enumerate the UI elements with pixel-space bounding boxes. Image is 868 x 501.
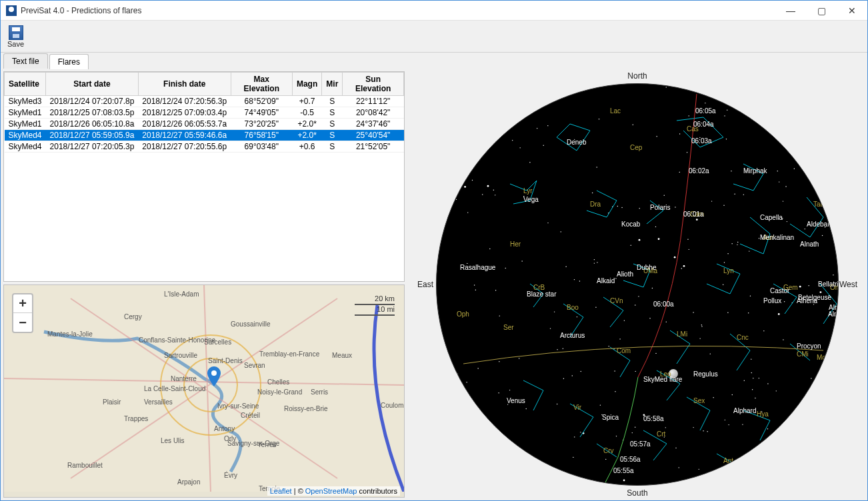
svg-point-107 — [457, 373, 458, 374]
label-east: East — [417, 280, 433, 289]
tab-textfile[interactable]: Text file — [3, 53, 48, 69]
time-label: 06:02a — [689, 167, 709, 175]
cell-sat: SkyMed4 — [5, 130, 46, 141]
city-label: Coulommiers — [381, 402, 405, 409]
toolbar: Save — [1, 21, 867, 53]
svg-point-126 — [565, 266, 566, 267]
time-label: 05:57a — [630, 440, 651, 448]
svg-point-17 — [749, 250, 749, 251]
svg-point-65 — [614, 370, 615, 371]
osm-link[interactable]: OpenStreetMap — [305, 487, 357, 495]
svg-point-183 — [579, 280, 580, 281]
svg-point-3 — [211, 370, 217, 376]
star-label: Pollux — [763, 297, 781, 304]
map-marker-paris[interactable] — [207, 366, 221, 386]
city-label: Rambouillet — [67, 462, 103, 469]
table-row[interactable]: SkyMed32018/12/24 07:20:07.8p2018/12/24 … — [5, 96, 404, 107]
col-maxel[interactable]: Max Elevation — [231, 73, 292, 96]
minimize-button[interactable]: — — [775, 1, 806, 21]
svg-point-63 — [563, 348, 563, 349]
constellation-label: Hya — [757, 410, 769, 418]
city-label: Noisy-le-Grand — [257, 388, 302, 396]
svg-point-15 — [475, 290, 476, 290]
col-satellite[interactable]: Satellite — [5, 73, 46, 96]
col-sunel[interactable]: Sun Elevation — [343, 73, 404, 96]
svg-point-148 — [581, 371, 581, 372]
star-label: Rasalhague — [460, 264, 495, 271]
svg-point-50 — [783, 201, 783, 201]
svg-point-82 — [600, 404, 601, 405]
star-label: Alnath — [800, 241, 819, 248]
svg-point-108 — [519, 358, 519, 358]
star-label: Mirphak — [743, 167, 767, 175]
map-attribution: Leaflet | © OpenStreetMap contributors — [267, 486, 400, 496]
maximize-button[interactable]: ▢ — [806, 1, 837, 21]
svg-point-180 — [561, 231, 561, 232]
cell-sat: SkyMed3 — [5, 96, 46, 107]
star-label: Alhena — [797, 297, 817, 304]
svg-point-39 — [811, 378, 811, 378]
svg-point-167 — [713, 397, 713, 398]
flare-table[interactable]: Satellite Start date Finish date Max Ele… — [4, 72, 404, 153]
svg-point-53 — [833, 238, 833, 239]
star-label: Spica — [602, 414, 619, 421]
cell-start: 2018/12/24 07:20:07.8p — [46, 96, 139, 107]
sky-chart[interactable]: North South East West — [424, 71, 851, 498]
zoom-in-button[interactable]: + — [13, 294, 32, 313]
city-label: Évry — [224, 472, 237, 479]
leaflet-link[interactable]: Leaflet — [270, 487, 292, 495]
cell-sat: SkyMed1 — [5, 107, 46, 119]
svg-point-124 — [724, 115, 725, 116]
flare-table-area: Satellite Start date Finish date Max Ele… — [3, 71, 405, 282]
col-finish[interactable]: Finish date — [138, 73, 231, 96]
tab-flares[interactable]: Flares — [49, 54, 89, 69]
save-icon — [9, 25, 23, 40]
col-mir[interactable]: Mir — [322, 73, 343, 96]
time-label: 05:56a — [620, 456, 641, 463]
table-row[interactable]: SkyMed42018/12/27 07:20:05.3p2018/12/27 … — [5, 141, 404, 153]
constellation-label: Lyn — [723, 267, 734, 274]
col-start[interactable]: Start date — [46, 73, 139, 96]
svg-point-135 — [537, 128, 537, 129]
zoom-out-button[interactable]: − — [13, 313, 32, 332]
svg-point-158 — [487, 185, 489, 187]
svg-point-143 — [557, 349, 557, 350]
constellation-label: Lac — [610, 107, 621, 115]
svg-point-32 — [638, 296, 639, 296]
cell-sunel: 25°40'54" — [343, 130, 404, 141]
constellation-label: Cep — [630, 144, 642, 151]
city-label: Trappes — [124, 415, 148, 422]
star-label: Menkalinan — [760, 234, 794, 241]
scale-mi: 10 mi — [355, 305, 395, 313]
svg-point-18 — [794, 169, 795, 169]
svg-point-5 — [674, 256, 676, 258]
constellation-label: CMi — [797, 350, 809, 358]
svg-point-151 — [574, 436, 575, 437]
svg-point-55 — [725, 420, 725, 420]
svg-point-56 — [597, 262, 597, 262]
svg-point-71 — [701, 326, 702, 326]
svg-point-182 — [547, 125, 548, 126]
svg-point-57 — [759, 238, 759, 239]
label-south: South — [627, 488, 647, 498]
svg-point-51 — [573, 457, 573, 458]
svg-point-4 — [726, 139, 727, 139]
save-button[interactable]: Save — [5, 24, 27, 49]
col-magn[interactable]: Magn — [292, 73, 321, 96]
svg-point-125 — [655, 227, 656, 227]
city-label: Plaisir — [103, 398, 121, 406]
app-icon — [6, 5, 17, 16]
svg-point-123 — [734, 194, 735, 195]
table-row[interactable]: SkyMed42018/12/27 05:59:05.9a2018/12/27 … — [5, 130, 404, 141]
cell-maxel: 74°49'05" — [231, 107, 292, 119]
table-row[interactable]: SkyMed12018/12/25 07:08:03.5p2018/12/25 … — [5, 107, 404, 119]
time-label: 06:01a — [683, 211, 704, 218]
time-label: 06:05a — [695, 107, 716, 115]
table-row[interactable]: SkyMed12018/12/26 06:05:10.8a2018/12/26 … — [5, 119, 404, 130]
close-button[interactable]: ✕ — [837, 1, 867, 21]
star-label: Alioth — [617, 270, 633, 278]
svg-point-160 — [748, 312, 749, 313]
constellation-label: Boo — [567, 304, 579, 311]
map-area[interactable]: L'Isle-AdamCergyConflans-Sainte-Honorine… — [3, 284, 405, 498]
cell-mir: S — [322, 130, 343, 141]
